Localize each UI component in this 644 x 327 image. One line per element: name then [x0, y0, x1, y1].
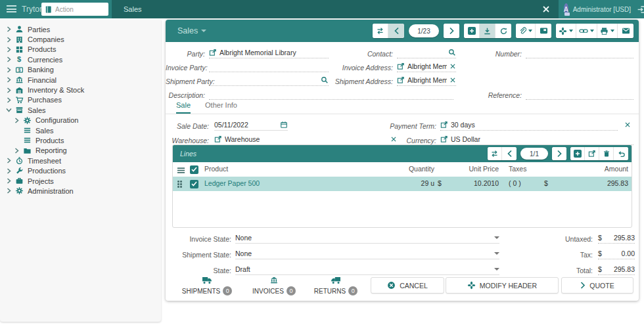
col-taxes[interactable]: Taxes — [509, 165, 526, 173]
lines-pager[interactable]: 1/1 — [520, 148, 548, 160]
chevron-right-icon[interactable] — [14, 118, 20, 123]
lines-next-button[interactable] — [552, 147, 566, 160]
action-search[interactable] — [41, 3, 108, 16]
sidebar-item-sales-list[interactable]: Sales — [0, 125, 161, 135]
lines-previous-button[interactable] — [502, 147, 517, 160]
sidebar-item-companies[interactable]: Companies — [0, 34, 161, 44]
chevron-right-icon[interactable] — [6, 47, 12, 53]
col-product[interactable]: Product — [204, 165, 228, 173]
action-input[interactable] — [55, 6, 101, 13]
description-field[interactable] — [209, 89, 453, 100]
drag-handle-icon[interactable] — [177, 181, 182, 188]
chevron-right-icon[interactable] — [6, 67, 12, 73]
logout-icon[interactable] — [637, 5, 644, 14]
col-amount[interactable]: Amount — [576, 165, 628, 173]
tab-sale[interactable]: Sale — [176, 101, 191, 114]
cancel-button[interactable]: CANCEL — [371, 277, 444, 294]
chevron-down-icon[interactable] — [6, 108, 12, 112]
cell-product[interactable]: Ledger Paper 500 — [204, 179, 260, 187]
chevron-right-icon[interactable] — [6, 158, 12, 164]
close-tab-icon[interactable] — [541, 5, 551, 14]
returns-button[interactable]: RETURNS0 — [308, 276, 364, 295]
shipment-state-select[interactable]: None — [235, 248, 499, 259]
chevron-right-icon[interactable] — [6, 168, 12, 174]
sidebar-item-configuration[interactable]: Configuration — [0, 116, 161, 125]
open-record-icon[interactable] — [440, 121, 448, 129]
invoice-address-field[interactable]: Albright Memorial Library, 500 V — [397, 61, 456, 72]
attachment-button[interactable] — [516, 24, 536, 38]
chevron-right-icon[interactable] — [6, 87, 12, 93]
state-select[interactable]: Draft — [235, 264, 499, 275]
col-unit-price[interactable]: Unit Price — [446, 165, 499, 173]
sidebar-item-parties[interactable]: Parties — [0, 24, 161, 34]
email-button[interactable] — [618, 24, 633, 38]
open-record-icon[interactable] — [214, 135, 222, 143]
lines-add-button[interactable] — [570, 147, 585, 160]
shipments-button[interactable]: SHIPMENTS0 — [179, 276, 235, 295]
sidebar-item-inventory[interactable]: Inventory & Stock — [0, 85, 161, 95]
switch-view-button[interactable] — [373, 24, 388, 38]
clear-icon[interactable] — [449, 63, 456, 70]
chevron-right-icon[interactable] — [14, 148, 20, 154]
modify-header-button[interactable]: MODIFY HEADER — [446, 277, 559, 294]
action-button[interactable] — [556, 24, 576, 38]
sidebar-item-banking[interactable]: $ Banking — [0, 65, 161, 75]
payment-term-clear[interactable] — [624, 121, 631, 128]
new-record-button[interactable] — [464, 24, 480, 38]
shipment-address-field[interactable]: Albright Memorial Library, 500 V — [397, 75, 456, 86]
line-row[interactable]: Ledger Paper 500 29 u $ 10.2010 ( 0 ) $ … — [173, 177, 632, 191]
chevron-right-icon[interactable] — [6, 26, 12, 32]
clear-icon[interactable] — [449, 77, 456, 83]
print-button[interactable] — [597, 24, 618, 38]
reload-button[interactable] — [495, 24, 511, 38]
sidebar-item-financial[interactable]: Financial — [0, 75, 161, 85]
sale-date-field[interactable]: 05/11/2022 — [214, 120, 288, 131]
save-button[interactable] — [480, 24, 495, 38]
chevron-right-icon[interactable] — [6, 178, 12, 184]
form-title-menu[interactable]: Sales — [177, 26, 206, 35]
next-button[interactable] — [444, 24, 459, 38]
sidebar-item-sales[interactable]: Sales — [0, 105, 161, 115]
invoice-state-select[interactable]: None — [235, 232, 499, 244]
sidebar-item-productions[interactable]: Productions — [0, 165, 161, 175]
currency-field[interactable]: US Dollar — [440, 134, 633, 145]
menu-icon[interactable] — [7, 5, 16, 12]
open-record-icon[interactable] — [209, 49, 217, 56]
note-button[interactable] — [536, 24, 551, 38]
calendar-icon[interactable] — [280, 121, 288, 129]
chevron-right-icon[interactable] — [6, 97, 12, 103]
tab-other-info[interactable]: Other Info — [205, 101, 237, 114]
avatar[interactable]: A — [564, 3, 568, 15]
chevron-right-icon[interactable] — [6, 56, 12, 62]
columns-menu-icon[interactable] — [177, 167, 185, 174]
select-all-checkbox[interactable] — [190, 165, 198, 174]
lines-switch-view-button[interactable] — [488, 147, 502, 160]
sidebar-item-timesheet[interactable]: Timesheet — [0, 156, 161, 165]
col-quantity[interactable]: Quantity — [382, 165, 434, 173]
lines-undo-button[interactable] — [614, 147, 628, 160]
chevron-right-icon[interactable] — [6, 77, 12, 83]
payment-term-field[interactable]: 30 days — [440, 120, 618, 131]
sidebar-item-products[interactable]: Products — [0, 45, 161, 54]
sidebar-item-administration[interactable]: Administration — [0, 186, 161, 196]
open-record-icon[interactable] — [397, 62, 405, 70]
reference-field[interactable] — [526, 89, 633, 100]
previous-button[interactable] — [388, 24, 404, 38]
sidebar-item-products-list[interactable]: Products — [0, 135, 161, 145]
open-record-icon[interactable] — [397, 76, 405, 84]
sidebar-item-projects[interactable]: Projects — [0, 176, 161, 186]
lines-open-button[interactable] — [585, 147, 599, 160]
sidebar-item-reporting[interactable]: Reporting — [0, 146, 161, 156]
quote-button[interactable]: QUOTE — [561, 277, 633, 294]
number-field[interactable] — [526, 47, 633, 58]
row-checkbox[interactable] — [190, 180, 198, 188]
chevron-right-icon[interactable] — [6, 188, 12, 194]
record-pager[interactable]: 1/23 — [409, 24, 439, 37]
warehouse-field[interactable]: Warehouse — [214, 134, 386, 145]
sidebar-item-purchases[interactable]: Purchases — [0, 95, 161, 105]
invoices-button[interactable]: INVOICES0 — [246, 276, 302, 295]
chevron-right-icon[interactable] — [6, 37, 12, 43]
sidebar-item-currencies[interactable]: $ Currencies — [0, 54, 161, 64]
open-record-icon[interactable] — [440, 135, 448, 143]
tab-sales[interactable]: Sales — [124, 5, 142, 13]
